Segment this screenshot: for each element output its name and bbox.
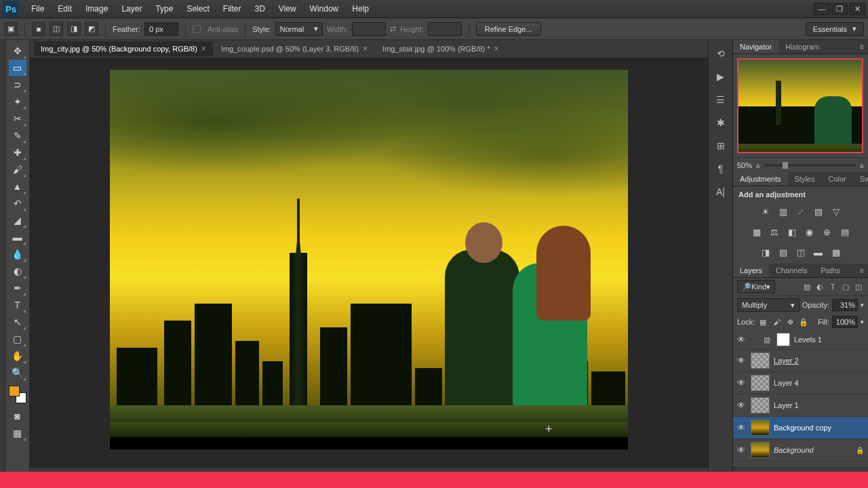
vibrance-icon[interactable]: ▽ (829, 205, 843, 218)
threshold-icon[interactable]: ◫ (794, 246, 808, 258)
zoom-out-icon[interactable]: ▵ (756, 161, 760, 169)
move-tool[interactable]: ✥ (9, 43, 26, 59)
actions-icon[interactable]: ▶ (713, 68, 729, 85)
close-button[interactable]: ✕ (849, 3, 865, 15)
photo-filter-icon[interactable]: ◉ (803, 226, 816, 238)
layer-row[interactable]: 👁 Layer 4 (733, 372, 868, 394)
doc-tab-2[interactable]: Img_couple.psd @ 50% (Layer 3, RGB/8)× (214, 41, 374, 56)
history-brush-tool[interactable]: ↶ (9, 195, 26, 211)
eraser-tool[interactable]: ◢ (9, 212, 26, 228)
brightness-icon[interactable]: ☀ (759, 205, 772, 218)
panel-menu-icon[interactable]: ≡ (856, 40, 868, 54)
menu-select[interactable]: Select (180, 1, 216, 16)
selective-icon[interactable]: ▩ (829, 246, 843, 258)
nav-zoom-value[interactable]: 50% (737, 161, 752, 169)
fill-chevron-icon[interactable]: ▾ (861, 319, 864, 325)
adjustments-tab[interactable]: Adjustments (733, 172, 788, 186)
filter-shape-icon[interactable]: ▢ (840, 281, 851, 292)
opacity-chevron-icon[interactable]: ▾ (861, 302, 864, 308)
curves-icon[interactable]: ⟋ (794, 205, 808, 218)
blur-tool[interactable]: 💧 (9, 246, 26, 262)
dock-grip-left[interactable] (0, 40, 5, 483)
styles-tab[interactable]: Styles (788, 172, 822, 186)
text-tool[interactable]: T (9, 297, 26, 313)
layer-name[interactable]: Layer 2 (774, 357, 799, 365)
layer-name[interactable]: Layer 4 (774, 379, 799, 387)
close-icon[interactable]: × (201, 44, 206, 54)
canvas-viewport[interactable]: + (30, 58, 708, 468)
fill-input[interactable] (832, 316, 858, 328)
layer-row[interactable]: 👁 ▥ Levels 1 (733, 330, 868, 350)
brush-tool[interactable]: 🖌 (9, 161, 26, 178)
workspace-switcher[interactable]: Essentials▾ (806, 22, 864, 36)
layer-thumbnail[interactable] (751, 375, 770, 391)
lasso-tool[interactable]: ⊃ (9, 77, 26, 93)
style-select[interactable]: Normal▾ (275, 22, 323, 36)
visibility-icon[interactable]: 👁 (737, 401, 747, 410)
menu-filter[interactable]: Filter (216, 1, 248, 16)
visibility-icon[interactable]: 👁 (737, 445, 747, 455)
navigator-tab[interactable]: Navigator (733, 40, 778, 54)
layer-thumbnail[interactable] (751, 397, 770, 413)
shape-tool[interactable]: ▢ (9, 331, 26, 347)
layer-filter-select[interactable]: 🔎Kind▾ (737, 280, 775, 293)
refine-edge-button[interactable]: Refine Edge... (476, 22, 541, 36)
channels-tab[interactable]: Channels (769, 264, 814, 277)
selection-intersect-icon[interactable]: ◩ (85, 22, 98, 36)
color-swatch[interactable] (9, 386, 26, 403)
color-tab[interactable]: Color (822, 172, 853, 186)
gradient-tool[interactable]: ▬ (9, 229, 26, 245)
swatches-tab[interactable]: Swatch (853, 172, 868, 186)
posterize-icon[interactable]: ▧ (776, 246, 790, 258)
screenmode-tool[interactable]: ▦ (9, 425, 26, 441)
navigator-thumbnail[interactable] (737, 58, 863, 153)
layer-name[interactable]: Background copy (774, 424, 831, 432)
layer-name[interactable]: Background (774, 446, 814, 454)
close-icon[interactable]: × (494, 44, 499, 54)
filter-adj-icon[interactable]: ◐ (814, 281, 825, 292)
path-tool[interactable]: ↖ (9, 314, 26, 330)
swap-icon[interactable]: ⇄ (390, 24, 396, 33)
lookup-icon[interactable]: ▤ (838, 226, 852, 238)
minimize-button[interactable]: — (814, 3, 830, 15)
menu-3d[interactable]: 3D (248, 1, 271, 16)
lock-trans-icon[interactable]: ▦ (757, 317, 768, 327)
lock-paint-icon[interactable]: 🖌 (771, 317, 782, 327)
lock-all-icon[interactable]: 🔒 (798, 317, 809, 327)
filter-smart-icon[interactable]: ◫ (853, 281, 864, 292)
mask-thumbnail[interactable] (776, 333, 790, 346)
canvas[interactable] (110, 70, 628, 449)
clone-panel-icon[interactable]: ⊞ (713, 138, 729, 154)
properties-icon[interactable]: ☰ (713, 92, 729, 108)
layer-thumbnail[interactable] (751, 352, 770, 369)
zoom-slider[interactable] (764, 164, 856, 167)
histogram-tab[interactable]: Histogram (778, 40, 826, 54)
filter-type-icon[interactable]: T (827, 281, 838, 292)
selection-subtract-icon[interactable]: ◨ (67, 22, 81, 36)
menu-image[interactable]: Image (79, 1, 115, 16)
char-icon[interactable]: A| (713, 184, 729, 200)
stamp-tool[interactable]: ▲ (9, 178, 26, 195)
layer-thumbnail[interactable] (751, 442, 770, 458)
visibility-icon[interactable]: 👁 (737, 335, 747, 344)
selection-new-icon[interactable]: ■ (32, 22, 45, 36)
menu-window[interactable]: Window (303, 1, 346, 16)
blend-mode-select[interactable]: Multiply▾ (737, 298, 800, 312)
zoom-in-icon[interactable]: ▵ (860, 161, 864, 169)
close-icon[interactable]: × (363, 44, 368, 54)
invert-icon[interactable]: ◨ (759, 246, 772, 258)
menu-help[interactable]: Help (345, 1, 376, 16)
layer-thumbnail[interactable] (751, 420, 770, 436)
quickmask-tool[interactable]: ◙ (9, 408, 26, 424)
healing-tool[interactable]: ✚ (9, 144, 26, 161)
layer-row[interactable]: 👁 Background copy (733, 417, 868, 439)
crop-tool[interactable]: ✂ (9, 110, 26, 127)
panel-menu-icon[interactable]: ≡ (856, 264, 868, 277)
marquee-tool[interactable]: ▭ (9, 60, 26, 76)
feather-input[interactable] (144, 22, 178, 36)
colorbal-icon[interactable]: ⚖ (768, 226, 781, 238)
brush-panel-icon[interactable]: ✱ (713, 115, 729, 131)
tool-preset-icon[interactable]: ▣ (4, 22, 18, 36)
history-icon[interactable]: ⟲ (713, 45, 729, 62)
layers-tab[interactable]: Layers (733, 264, 769, 277)
